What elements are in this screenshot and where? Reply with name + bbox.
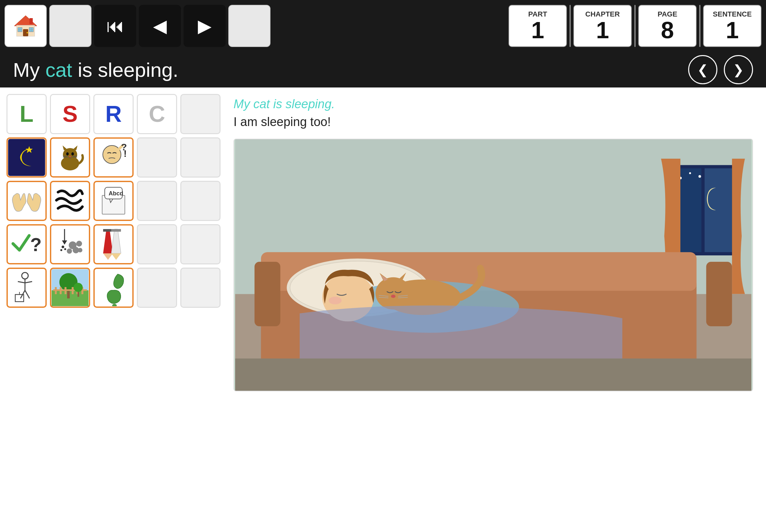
- symbol-pencils[interactable]: [93, 224, 133, 264]
- svg-point-99: [329, 296, 342, 304]
- symbol-confused[interactable]: ? !: [93, 137, 133, 178]
- symbol-dots-arrow[interactable]: [50, 224, 90, 264]
- sentence-counter: SENTENCE 1: [703, 5, 761, 47]
- svg-rect-57: [8, 269, 45, 306]
- sentence-navigation: ❮ ❯: [688, 55, 753, 84]
- sentence-before: My: [13, 59, 45, 81]
- story-secondary-text: I am sleeping too!: [234, 115, 753, 129]
- story-illustration: [234, 139, 753, 391]
- symbol-moon[interactable]: [6, 137, 47, 178]
- svg-text:!: !: [123, 148, 127, 159]
- svg-point-45: [67, 249, 72, 254]
- sentence-highlight: cat: [45, 59, 72, 81]
- svg-point-20: [69, 156, 71, 157]
- svg-point-19: [71, 152, 74, 156]
- symbol-S[interactable]: S: [50, 94, 90, 134]
- svg-point-15: [63, 148, 77, 161]
- counter-divider-3: [699, 5, 701, 47]
- nav-counters: PART 1 CHAPTER 1 PAGE 8 SENTENCE 1: [508, 5, 761, 47]
- svg-marker-0: [14, 16, 37, 26]
- home-button[interactable]: [5, 5, 47, 47]
- svg-rect-74: [64, 287, 66, 294]
- svg-rect-72: [55, 287, 57, 294]
- svg-point-105: [391, 295, 396, 298]
- symbol-empty-4-4: [137, 224, 177, 264]
- symbol-grid: L S R C: [6, 94, 214, 308]
- forward-icon: ▶: [198, 16, 212, 36]
- back-button[interactable]: ◀: [139, 5, 181, 47]
- part-counter: PART 1: [508, 5, 567, 47]
- symbol-R[interactable]: R: [93, 94, 133, 134]
- symbol-cat[interactable]: [50, 137, 90, 178]
- symbol-empty-2-5: [180, 137, 221, 178]
- main-content: L S R C: [0, 87, 766, 532]
- toolbar: ⏮ ◀ ▶ PART 1 CHAPTER 1 PAGE 8 SENTENCE 1: [0, 0, 766, 52]
- skip-back-button[interactable]: ⏮: [94, 5, 136, 47]
- svg-point-48: [64, 248, 66, 250]
- sentence-value: 1: [726, 18, 739, 42]
- symbol-empty-5-4: [137, 268, 177, 308]
- svg-rect-75: [72, 287, 74, 294]
- chapter-counter: CHAPTER 1: [573, 5, 632, 47]
- empty-button-2[interactable]: [228, 5, 271, 47]
- part-value: 1: [531, 18, 544, 42]
- skip-back-icon: ⏮: [106, 16, 124, 36]
- symbol-stick-figure[interactable]: [6, 268, 47, 308]
- symbol-speech-book[interactable]: Abcd: [93, 181, 133, 221]
- symbol-empty-3-5: [180, 181, 221, 221]
- svg-point-101: [376, 277, 411, 309]
- svg-point-79: [74, 283, 83, 292]
- svg-text:Abcd: Abcd: [109, 190, 123, 197]
- svg-rect-73: [60, 287, 62, 294]
- sentence-prev-button[interactable]: ❮: [688, 55, 717, 84]
- symbol-empty-2-4: [137, 137, 177, 178]
- svg-text:?: ?: [30, 234, 41, 255]
- empty-button-1[interactable]: [49, 5, 91, 47]
- home-icon: [13, 13, 39, 39]
- svg-rect-56: [111, 229, 121, 232]
- symbol-panel: L S R C: [0, 87, 221, 532]
- counter-divider-2: [634, 5, 636, 47]
- symbol-hands[interactable]: [6, 181, 47, 221]
- symbol-empty-4-5: [180, 224, 221, 264]
- svg-rect-110: [235, 359, 751, 391]
- symbol-garden[interactable]: [50, 268, 90, 308]
- svg-point-88: [689, 172, 691, 174]
- counter-divider-1: [569, 5, 571, 47]
- symbol-C[interactable]: C: [137, 94, 177, 134]
- page-counter: PAGE 8: [638, 5, 697, 47]
- page-value: 8: [661, 18, 674, 42]
- back-icon: ◀: [153, 16, 167, 36]
- right-panel: My cat is sleeping. I am sleeping too!: [221, 87, 766, 532]
- svg-point-43: [76, 241, 82, 247]
- svg-point-18: [66, 152, 69, 156]
- forward-button[interactable]: ▶: [183, 5, 226, 47]
- svg-rect-93: [255, 262, 281, 326]
- sentence-display: My cat is sleeping.: [13, 58, 178, 81]
- svg-rect-94: [706, 262, 732, 326]
- svg-rect-86: [705, 168, 732, 252]
- sentence-bar: My cat is sleeping. ❮ ❯: [0, 52, 766, 87]
- svg-point-4: [27, 32, 28, 33]
- symbol-empty-5-5: [180, 268, 221, 308]
- svg-point-49: [60, 249, 62, 251]
- svg-point-89: [699, 175, 701, 178]
- svg-point-47: [62, 246, 64, 248]
- sentence-next-button[interactable]: ❯: [724, 55, 753, 84]
- symbol-L[interactable]: L: [6, 94, 47, 134]
- symbol-empty-3-4: [137, 181, 177, 221]
- chapter-value: 1: [596, 18, 609, 42]
- symbol-scribble[interactable]: [50, 181, 90, 221]
- sentence-after: is sleeping.: [72, 59, 178, 81]
- symbol-check-question[interactable]: ?: [6, 224, 47, 264]
- svg-rect-11: [8, 139, 45, 176]
- story-primary-text: My cat is sleeping.: [234, 97, 753, 111]
- symbol-empty-1-5: [180, 94, 221, 134]
- symbol-map[interactable]: [93, 268, 133, 308]
- svg-point-46: [78, 248, 82, 252]
- svg-rect-1: [29, 18, 33, 24]
